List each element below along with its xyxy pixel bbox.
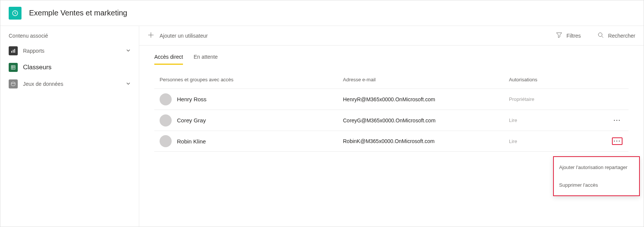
table-row: Robin Kline RobinK@M365x0000.OnMicrosoft… bbox=[154, 131, 629, 152]
sidebar-item-classeurs[interactable]: Classeurs bbox=[0, 59, 139, 76]
avatar bbox=[160, 135, 172, 147]
column-header-name: Personnes et groupes avec accès bbox=[154, 77, 343, 82]
table-row: Corey Gray CoreyG@M365x0000.OnMicrosoft.… bbox=[154, 110, 629, 131]
add-user-button[interactable]: Ajouter un utilisateur bbox=[148, 32, 208, 40]
svg-rect-4 bbox=[11, 66, 15, 69]
app-icon bbox=[9, 7, 22, 20]
report-icon bbox=[9, 46, 18, 55]
user-permission: Lire bbox=[509, 117, 562, 123]
sidebar: Contenu associé Rapports Classeurs Jeux … bbox=[0, 26, 139, 227]
add-user-label: Ajouter un utilisateur bbox=[160, 33, 208, 39]
svg-point-8 bbox=[11, 82, 15, 84]
svg-rect-1 bbox=[11, 51, 12, 53]
svg-rect-2 bbox=[13, 50, 14, 53]
table-header-row: Personnes et groupes avec accès Adresse … bbox=[154, 73, 629, 88]
plus-icon bbox=[148, 32, 154, 40]
sidebar-item-label: Jeux de données bbox=[23, 81, 126, 87]
more-options-button[interactable]: ··· bbox=[612, 137, 622, 145]
avatar bbox=[160, 114, 172, 126]
app-header: Exemple Ventes et marketing bbox=[0, 0, 644, 26]
user-email: CoreyG@M365x0000.OnMicrosoft.com bbox=[343, 117, 509, 123]
filters-label: Filtres bbox=[567, 33, 581, 39]
user-permission: Lire bbox=[509, 139, 562, 144]
search-button[interactable]: Rechercher bbox=[598, 32, 635, 39]
sidebar-item-rapports[interactable]: Rapports bbox=[0, 43, 139, 59]
chevron-down-icon bbox=[126, 81, 131, 87]
dataset-icon bbox=[9, 79, 18, 88]
access-tabs: Accès direct En attente bbox=[139, 46, 644, 65]
filter-icon bbox=[556, 32, 562, 39]
content-toolbar: Ajouter un utilisateur Filtres Recherche… bbox=[139, 26, 644, 46]
chevron-down-icon bbox=[126, 47, 131, 54]
sidebar-item-label: Classeurs bbox=[23, 64, 131, 71]
sidebar-item-jeux-de-donnees[interactable]: Jeux de données bbox=[0, 76, 139, 92]
svg-point-11 bbox=[598, 33, 602, 37]
context-menu: Ajouter l'autorisation repartager Suppri… bbox=[553, 156, 640, 196]
more-options-button[interactable]: ··· bbox=[612, 117, 622, 124]
column-header-email: Adresse e-mail bbox=[343, 77, 509, 82]
svg-line-12 bbox=[602, 36, 603, 38]
table-row: Henry Ross HenryR@M365x0000.OnMicrosoft.… bbox=[154, 88, 629, 110]
sidebar-heading: Contenu associé bbox=[0, 33, 139, 43]
access-table: Personnes et groupes avec accès Adresse … bbox=[139, 65, 644, 152]
sidebar-item-label: Rapports bbox=[23, 48, 126, 54]
avatar bbox=[160, 93, 172, 105]
workbook-icon bbox=[9, 63, 18, 72]
user-name: Henry Ross bbox=[177, 96, 206, 102]
column-header-permissions: Autorisations bbox=[509, 77, 562, 82]
search-label: Rechercher bbox=[608, 33, 635, 39]
filters-button[interactable]: Filtres bbox=[556, 32, 581, 39]
svg-rect-3 bbox=[14, 49, 15, 53]
user-permission: Propriétaire bbox=[509, 96, 562, 102]
user-email: HenryR@M365x0000.OnMicrosoft.com bbox=[343, 96, 509, 102]
user-name: Robin Kline bbox=[177, 138, 206, 145]
search-icon bbox=[598, 32, 604, 39]
page-title: Exemple Ventes et marketing bbox=[29, 9, 127, 17]
tab-en-attente[interactable]: En attente bbox=[194, 54, 218, 65]
tab-acces-direct[interactable]: Accès direct bbox=[154, 54, 183, 65]
user-email: RobinK@M365x0000.OnMicrosoft.com bbox=[343, 138, 509, 144]
user-name: Corey Gray bbox=[177, 117, 206, 123]
content-area: Ajouter un utilisateur Filtres Recherche… bbox=[139, 26, 644, 227]
menu-item-add-reshare[interactable]: Ajouter l'autorisation repartager bbox=[554, 158, 639, 176]
menu-item-remove-access[interactable]: Supprimer l'accès bbox=[554, 176, 639, 194]
